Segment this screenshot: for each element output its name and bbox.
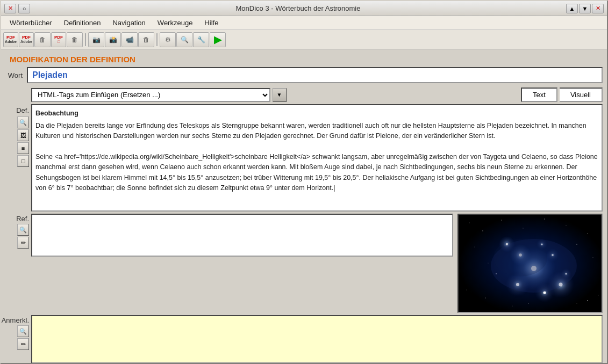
notes-label-col: Anmerkl. 🔍 ✏: [5, 315, 31, 350]
ref-label-col: Ref. 🔍 ✏: [5, 214, 31, 249]
app-window: ✕ ○ MonDico 3 - Wörterbuch der Astronomi…: [0, 0, 608, 364]
image-icon[interactable]: 🖼: [17, 129, 29, 141]
scroll-up-button[interactable]: ▲: [566, 4, 578, 13]
ref-edit-icon[interactable]: ✏: [17, 237, 29, 249]
menu-werkzeuge[interactable]: Werkzeuge: [152, 18, 198, 28]
svg-point-3: [501, 220, 502, 220]
ref-zoom-icon[interactable]: 🔍: [17, 224, 29, 236]
notes-side-icons: 🔍 ✏: [17, 324, 29, 350]
def-sidebar-icons: 🔍 🖼 ≡ □: [17, 117, 29, 167]
svg-point-8: [475, 247, 475, 247]
pdf-button-1[interactable]: PDF Adobe: [3, 32, 18, 47]
def-label: Def.: [16, 106, 29, 114]
menu-bar: Wörterbücher Definitionen Navigation Wer…: [1, 16, 607, 30]
pleiades-svg: [459, 215, 603, 313]
word-input[interactable]: [27, 67, 603, 83]
def-text-container: Beobachtung Da die Plejaden bereits lang…: [31, 104, 603, 212]
go-button[interactable]: ▶: [210, 32, 226, 47]
title-bar-controls: ▲ ▼ ✕: [566, 4, 604, 13]
svg-point-1: [469, 223, 470, 223]
notes-label: Anmerkl.: [2, 316, 29, 324]
inner-padding: MODIFIKATION DER DEFINITION Wort HTML-Ta…: [1, 49, 607, 363]
close-x-button[interactable]: ✕: [4, 4, 16, 13]
ref-label: Ref.: [16, 215, 29, 223]
delete-button-3[interactable]: 🗑: [138, 32, 154, 47]
svg-point-12: [598, 295, 599, 296]
svg-point-11: [467, 290, 467, 290]
scroll-down-button[interactable]: ▼: [579, 4, 591, 13]
tool-group: ⚙ 🔍 🔧 ▶: [160, 32, 226, 47]
tool-button-3[interactable]: 🔧: [193, 32, 209, 47]
svg-point-10: [592, 257, 593, 258]
delete-button-2[interactable]: 🗑: [67, 32, 83, 47]
notes-zoom-icon[interactable]: 🔍: [17, 325, 29, 337]
title-bar: ✕ ○ MonDico 3 - Wörterbuch der Astronomi…: [1, 1, 607, 16]
minimize-button[interactable]: ○: [18, 4, 30, 13]
ref-section: Ref. 🔍 ✏: [5, 214, 603, 313]
content-wrapper: MODIFIKATION DER DEFINITION Wort HTML-Ta…: [1, 49, 607, 363]
camera-group: 📷 📸 📹 🗑: [88, 32, 154, 47]
close-button[interactable]: ✕: [592, 4, 604, 13]
menu-hilfe[interactable]: Hilfe: [199, 18, 224, 28]
def-section: Def. 🔍 🖼 ≡ □ Beobachtung Da die Plejaden…: [5, 104, 603, 212]
pleiades-image: [457, 214, 603, 313]
tool-button-2[interactable]: 🔍: [176, 32, 192, 47]
text-icon[interactable]: ≡: [17, 142, 29, 154]
svg-point-47: [528, 303, 528, 303]
svg-point-6: [566, 225, 567, 226]
svg-point-2: [482, 230, 483, 231]
ref-side-icons: 🔍 ✏: [17, 223, 29, 249]
camera-button-3[interactable]: 📹: [121, 32, 138, 47]
svg-point-44: [576, 244, 577, 245]
pdf-button-2[interactable]: PDF Adobe: [19, 32, 34, 47]
svg-point-46: [587, 300, 588, 301]
svg-point-5: [544, 219, 545, 219]
svg-point-4: [523, 228, 524, 229]
menu-navigation[interactable]: Navigation: [107, 18, 151, 28]
camera-button-2[interactable]: 📸: [105, 32, 121, 47]
notes-section: Anmerkl. 🔍 ✏: [5, 315, 603, 363]
pdf-button-3[interactable]: PDF □: [51, 32, 66, 47]
menu-woerterbucher[interactable]: Wörterbücher: [4, 18, 58, 28]
svg-point-13: [512, 305, 512, 306]
pdf-group: PDF Adobe PDF Adobe 🗑 PDF □ 🗑: [3, 32, 83, 47]
tool-button-1[interactable]: ⚙: [160, 32, 176, 47]
picture-icon[interactable]: □: [17, 155, 29, 167]
notes-edit-icon[interactable]: ✏: [17, 338, 29, 350]
dropdown-row: HTML-Tags zum Einfügen (Ersetzen ...) ▼ …: [31, 88, 603, 102]
toolbar: PDF Adobe PDF Adobe 🗑 PDF □ 🗑 📷 📸 📹 🗑 ⚙ …: [1, 30, 607, 49]
title-bar-left: ✕ ○: [4, 4, 30, 13]
dropdown-arrow-icon[interactable]: ▼: [273, 88, 287, 102]
def-text-area[interactable]: Beobachtung Da die Plejaden bereits lang…: [31, 104, 603, 212]
sep-2: [156, 33, 158, 46]
word-row: Wort: [5, 67, 603, 83]
sep-1: [85, 33, 86, 46]
svg-point-45: [485, 297, 485, 298]
notes-text-area[interactable]: [31, 315, 603, 363]
word-label: Wort: [5, 71, 27, 79]
svg-point-7: [587, 233, 588, 234]
delete-button-1[interactable]: 🗑: [34, 32, 51, 47]
page-title: MODIFIKATION DER DEFINITION: [5, 52, 603, 67]
svg-point-14: [577, 303, 577, 304]
camera-button-1[interactable]: 📷: [88, 32, 104, 47]
menu-definitionen[interactable]: Definitionen: [59, 18, 106, 28]
window-title: MonDico 3 - Wörterbuch der Astronomie: [236, 4, 361, 12]
def-label-col: Def. 🔍 🖼 ≡ □: [5, 104, 31, 167]
zoom-icon[interactable]: 🔍: [17, 117, 29, 128]
svg-point-49: [493, 239, 547, 276]
svg-point-9: [488, 263, 489, 264]
tab-visual[interactable]: Visuell: [560, 88, 603, 102]
tab-text[interactable]: Text: [521, 88, 557, 102]
ref-text-area[interactable]: [31, 214, 453, 257]
html-tags-dropdown[interactable]: HTML-Tags zum Einfügen (Ersetzen ...): [31, 88, 270, 102]
